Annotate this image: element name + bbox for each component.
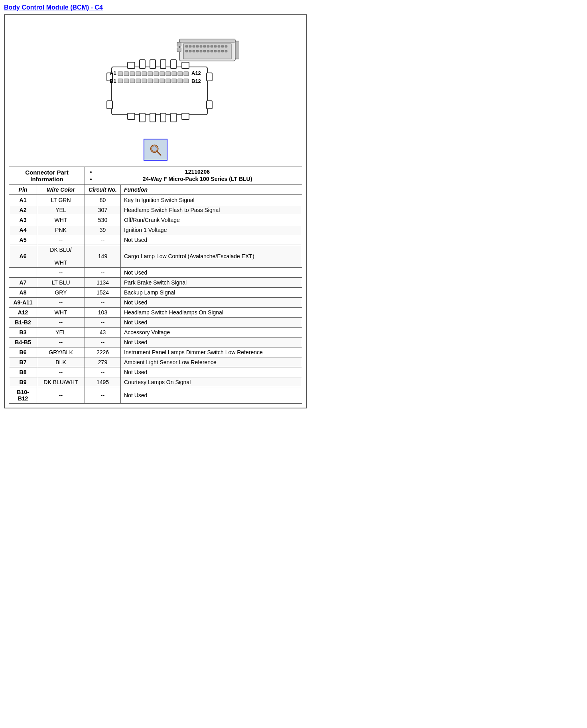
connector-diagram: A1 A12 B1 B12 <box>9 19 302 135</box>
cell-wire-color: -- <box>37 367 85 377</box>
cell-wire-color: -- <box>37 298 85 308</box>
cell-function: Accessory Voltage <box>121 328 302 338</box>
svg-rect-11 <box>214 45 217 47</box>
svg-rect-21 <box>207 50 209 52</box>
main-content: A1 A12 B1 B12 Connector Part Information <box>4 14 307 408</box>
svg-rect-41 <box>171 113 176 122</box>
svg-rect-35 <box>171 60 176 69</box>
zoom-button[interactable] <box>144 139 167 161</box>
cell-function: Not Used <box>121 338 302 347</box>
table-row: B9DK BLU/WHT1495Courtesy Lamps On Signal <box>9 377 302 387</box>
table-header-row: Pin Wire Color Circuit No. Function <box>9 185 302 195</box>
svg-rect-63 <box>142 79 147 83</box>
cell-pin: A8 <box>9 288 37 298</box>
svg-rect-33 <box>150 60 156 69</box>
svg-rect-70 <box>184 79 189 83</box>
table-row: B6GRY/BLK2226Instrument Panel Lamps Dimm… <box>9 347 302 357</box>
table-row: B1-B2----Not Used <box>9 318 302 328</box>
zoom-icon-container[interactable] <box>9 139 302 161</box>
svg-rect-13 <box>221 45 224 47</box>
connector-info-label: Connector Part Information <box>9 167 85 185</box>
cell-pin: B3 <box>9 328 37 338</box>
svg-rect-49 <box>130 72 135 76</box>
cell-wire-color: -- <box>37 268 85 278</box>
svg-rect-58 <box>184 72 189 76</box>
table-row: B7BLK279Ambient Light Sensor Low Referen… <box>9 357 302 367</box>
svg-rect-29 <box>177 48 181 52</box>
cell-circuit-no: 530 <box>85 215 121 225</box>
cell-wire-color: YEL <box>37 205 85 215</box>
svg-rect-16 <box>189 50 191 52</box>
cell-wire-color: WHT <box>37 308 85 318</box>
cell-function: Headlamp Switch Flash to Pass Signal <box>121 205 302 215</box>
cell-circuit-no: -- <box>85 298 121 308</box>
svg-rect-4 <box>189 45 191 47</box>
cell-pin <box>9 268 37 278</box>
connector-part-1: 12110206 <box>96 169 299 175</box>
svg-rect-8 <box>203 45 206 47</box>
svg-rect-61 <box>130 79 135 83</box>
svg-rect-60 <box>124 79 129 83</box>
cell-circuit-no: 80 <box>85 195 121 205</box>
table-row: A9-A11----Not Used <box>9 298 302 308</box>
table-row: B3YEL43Accessory Voltage <box>9 328 302 338</box>
svg-rect-9 <box>207 45 209 47</box>
svg-rect-45 <box>207 73 212 81</box>
cell-function: Cargo Lamp Low Control (Avalanche/Escala… <box>121 245 302 268</box>
cell-pin: B6 <box>9 347 37 357</box>
svg-rect-37 <box>128 113 135 120</box>
svg-rect-34 <box>160 60 166 69</box>
cell-circuit-no: -- <box>85 367 121 377</box>
header-function: Function <box>121 185 302 195</box>
page-title: Body Control Module (BCM) - C4 <box>4 4 307 11</box>
cell-circuit-no: 103 <box>85 308 121 318</box>
svg-rect-10 <box>211 45 213 47</box>
cell-circuit-no: 149 <box>85 245 121 268</box>
cell-wire-color: -- <box>37 387 85 404</box>
svg-rect-26 <box>225 50 227 52</box>
cell-wire-color: LT GRN <box>37 195 85 205</box>
cell-wire-color: GRY/BLK <box>37 347 85 357</box>
cell-circuit-no: 39 <box>85 225 121 235</box>
table-row: A3WHT530Off/Run/Crank Voltage <box>9 215 302 225</box>
cell-wire-color: DK BLU/WHT <box>37 377 85 387</box>
cell-function: Ignition 1 Voltage <box>121 225 302 235</box>
cell-pin: B9 <box>9 377 37 387</box>
svg-rect-67 <box>166 79 171 83</box>
cell-pin: B1-B2 <box>9 318 37 328</box>
svg-rect-56 <box>172 72 177 76</box>
svg-line-77 <box>157 151 161 155</box>
svg-rect-50 <box>136 72 141 76</box>
svg-rect-19 <box>200 50 202 52</box>
table-row: B10-B12----Not Used <box>9 387 302 404</box>
svg-rect-42 <box>182 113 189 120</box>
table-row: ----Not Used <box>9 268 302 278</box>
svg-rect-51 <box>142 72 147 76</box>
svg-rect-46 <box>207 101 212 109</box>
svg-text:A1: A1 <box>110 70 116 76</box>
svg-text:A12: A12 <box>191 70 201 76</box>
svg-rect-68 <box>172 79 177 83</box>
svg-rect-28 <box>177 42 181 46</box>
table-row: A8GRY1524Backup Lamp Signal <box>9 288 302 298</box>
table-row: A2YEL307Headlamp Switch Flash to Pass Si… <box>9 205 302 215</box>
svg-rect-55 <box>166 72 171 76</box>
table-row: B8----Not Used <box>9 367 302 377</box>
svg-rect-54 <box>160 72 165 76</box>
cell-circuit-no: 307 <box>85 205 121 215</box>
cell-pin: A1 <box>9 195 37 205</box>
cell-wire-color: GRY <box>37 288 85 298</box>
table-row: B4-B5----Not Used <box>9 338 302 347</box>
cell-wire-color: LT BLU <box>37 278 85 288</box>
svg-text:B1: B1 <box>110 78 116 84</box>
svg-rect-47 <box>118 72 123 76</box>
cell-function: Not Used <box>121 298 302 308</box>
cell-function: Instrument Panel Lamps Dimmer Switch Low… <box>121 347 302 357</box>
svg-text:B12: B12 <box>191 78 201 84</box>
header-pin: Pin <box>9 185 37 195</box>
connector-info-row: Connector Part Information 12110206 24-W… <box>9 167 302 185</box>
cell-circuit-no: 43 <box>85 328 121 338</box>
cell-function: Not Used <box>121 367 302 377</box>
table-row: A5----Not Used <box>9 235 302 245</box>
svg-rect-23 <box>214 50 217 52</box>
